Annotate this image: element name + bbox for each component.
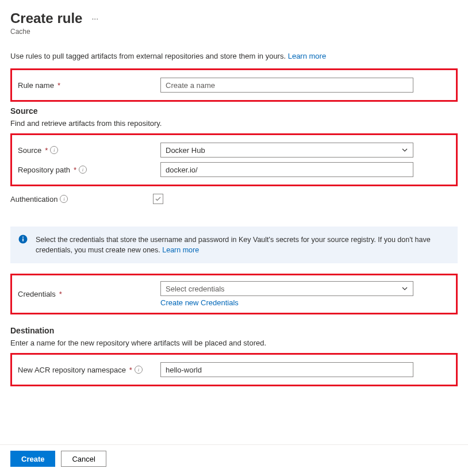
svg-point-2	[22, 237, 24, 238]
repo-path-input[interactable]	[160, 162, 413, 177]
auth-label: Authentication	[10, 195, 57, 204]
source-select-value: Docker Hub	[166, 146, 205, 155]
source-section-title: Source	[10, 106, 458, 116]
credentials-info-banner: Select the credentials that store the us…	[10, 227, 458, 263]
cancel-button[interactable]: Cancel	[61, 451, 106, 467]
footer: Create Cancel	[0, 444, 468, 476]
banner-learn-more-link[interactable]: Learn more	[162, 246, 199, 254]
svg-rect-1	[22, 239, 24, 241]
check-icon	[155, 195, 162, 202]
source-group: Source * i Docker Hub Repository path * …	[10, 133, 458, 186]
required-indicator: *	[57, 81, 60, 90]
required-indicator: *	[45, 146, 48, 155]
rule-name-label: Rule name	[18, 81, 54, 90]
required-indicator: *	[59, 290, 62, 298]
source-label: Source	[18, 146, 41, 155]
dest-ns-label: New ACR repository namespace	[18, 366, 126, 374]
chevron-down-icon	[401, 285, 408, 292]
source-section-desc: Find and retrieve artifacts from this re…	[10, 119, 458, 128]
create-button[interactable]: Create	[10, 451, 55, 467]
info-icon[interactable]: i	[50, 146, 58, 154]
info-icon[interactable]: i	[135, 366, 143, 374]
rule-name-group: Rule name *	[10, 68, 458, 102]
auth-checkbox[interactable]	[153, 194, 163, 204]
chevron-down-icon	[401, 147, 408, 153]
credentials-group: Credentials * Select credentials Create …	[10, 274, 458, 314]
create-credentials-link[interactable]: Create new Credentials	[160, 298, 239, 307]
destination-section-desc: Enter a name for the new repository wher…	[10, 339, 458, 347]
context-subtitle: Cache	[10, 28, 458, 36]
repo-path-label: Repository path	[18, 166, 70, 174]
destination-section-title: Destination	[10, 326, 458, 335]
dest-ns-input[interactable]	[160, 362, 413, 377]
banner-text: Select the credentials that store the us…	[36, 236, 431, 254]
info-icon[interactable]: i	[60, 195, 68, 203]
page-title: Create rule	[10, 10, 82, 26]
required-indicator: *	[74, 166, 76, 174]
info-icon[interactable]: i	[79, 166, 87, 174]
credentials-placeholder: Select credentials	[166, 285, 225, 293]
rule-name-input[interactable]	[160, 78, 413, 93]
more-icon[interactable]: ···	[89, 12, 101, 25]
credentials-label: Credentials	[18, 290, 56, 298]
credentials-select[interactable]: Select credentials	[160, 281, 413, 296]
destination-group: New ACR repository namespace * i	[10, 353, 458, 386]
source-select[interactable]: Docker Hub	[160, 143, 413, 158]
info-icon	[18, 235, 28, 244]
intro-body: Use rules to pull tagged artifacts from …	[10, 52, 288, 60]
required-indicator: *	[129, 366, 132, 374]
intro-learn-more-link[interactable]: Learn more	[288, 52, 326, 60]
intro-text: Use rules to pull tagged artifacts from …	[10, 52, 458, 60]
